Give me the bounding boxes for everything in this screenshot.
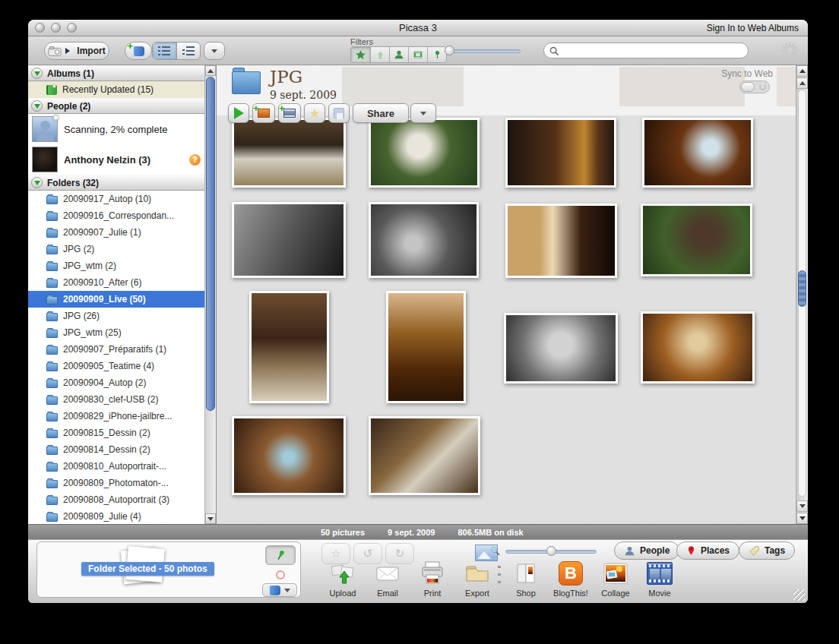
print-action[interactable]: Print: [410, 560, 454, 598]
photo-thumbnail[interactable]: [504, 313, 618, 384]
scrollbar-thumb[interactable]: [206, 77, 215, 411]
upload-action[interactable]: Upload: [321, 560, 365, 598]
photo-thumbnail[interactable]: [369, 202, 479, 278]
resize-grip[interactable]: [793, 589, 805, 601]
photo-thumbnail[interactable]: [232, 202, 346, 278]
folders-section-header[interactable]: Folders (32): [28, 175, 205, 191]
sidebar-folder-item[interactable]: 20090829_iPhone-jailbre...: [28, 408, 205, 425]
scroll-up-button[interactable]: [796, 77, 808, 89]
sidebar-folder-item[interactable]: 20090910_After (6): [28, 274, 205, 291]
new-album-button[interactable]: [125, 42, 152, 60]
folder-icon: [46, 413, 58, 421]
sign-in-link[interactable]: Sign In to Web Albums: [707, 23, 799, 33]
sidebar-folder-item[interactable]: JPG (2): [28, 241, 205, 257]
photo-thumbnail[interactable]: [641, 311, 755, 384]
collage-action[interactable]: Collage: [594, 560, 638, 598]
search-input[interactable]: [543, 43, 749, 58]
scroll-bottom-button[interactable]: [796, 513, 808, 524]
slider-thumb[interactable]: [445, 46, 454, 55]
sidebar-folder-item[interactable]: 20090810_Autoportrait-...: [28, 458, 205, 475]
disclosure-triangle-icon[interactable]: [31, 177, 43, 188]
view-options-dropdown[interactable]: [204, 42, 225, 60]
sidebar-folder-item[interactable]: 20090809_Photomaton-...: [28, 475, 205, 491]
sidebar-item-scanning[interactable]: ✱ Scanning, 2% complete: [28, 114, 205, 144]
picture-count: 50 pictures: [321, 528, 365, 537]
filter-starred-button[interactable]: [351, 47, 370, 62]
add-movie-button[interactable]: [278, 103, 301, 123]
photo-thumbnail[interactable]: [505, 118, 616, 188]
photo-thumbnail[interactable]: [505, 204, 617, 278]
export-action[interactable]: Export: [455, 560, 499, 598]
tree-view-button[interactable]: [176, 43, 201, 59]
photo-thumbnail[interactable]: [642, 118, 753, 188]
scroll-down-button[interactable]: [796, 500, 808, 512]
shop-action[interactable]: Shop: [504, 560, 548, 598]
clear-selection-button[interactable]: [265, 567, 296, 582]
sidebar-folder-item[interactable]: JPG (26): [28, 308, 205, 324]
filter-geotagged-button[interactable]: [427, 47, 446, 62]
main-scrollbar[interactable]: [796, 65, 808, 524]
sidebar-item-person[interactable]: Anthony Nelzin (3) ?: [28, 144, 205, 175]
folders-list: 20090917_Autop (10) 20090916_Corresponda…: [28, 191, 205, 524]
filter-movies-button[interactable]: [408, 47, 427, 62]
photo-thumbnail[interactable]: [369, 118, 480, 188]
sync-to-web-toggle[interactable]: [739, 80, 770, 93]
scrollbar-thumb[interactable]: [798, 270, 806, 307]
scroll-down-button[interactable]: [205, 513, 216, 524]
share-button[interactable]: Share: [353, 103, 409, 123]
photo-image: [643, 314, 752, 381]
sidebar-folder-item[interactable]: 20090830_clef-USB (2): [28, 391, 205, 408]
sidebar-item-recently-updated[interactable]: Recently Updated (15): [28, 81, 205, 98]
sidebar-folder-item[interactable]: 20090815_Dessin (2): [28, 425, 205, 441]
sidebar-folder-item[interactable]: 20090808_Autoportrait (3): [28, 491, 205, 508]
photo-thumbnail[interactable]: [641, 204, 752, 276]
disclosure-triangle-icon[interactable]: [31, 68, 43, 79]
people-section-header[interactable]: People (2): [28, 98, 205, 114]
save-button[interactable]: [328, 103, 350, 123]
sidebar-folder-item[interactable]: 20090917_Autop (10): [28, 191, 205, 207]
sidebar-scrollbar[interactable]: [204, 65, 216, 524]
titlebar[interactable]: Picasa 3 Sign In to Web Albums: [28, 20, 808, 36]
albums-section-header[interactable]: Albums (1): [28, 65, 205, 81]
blogthis-action[interactable]: B BlogThis!: [549, 560, 593, 598]
add-photos-button[interactable]: [252, 103, 275, 123]
sidebar-folder-item[interactable]: 20090907_Julie (1): [28, 224, 205, 241]
hold-selection-button[interactable]: [265, 545, 296, 565]
toolbar: Import Filters: [28, 36, 808, 65]
import-button[interactable]: Import: [44, 42, 109, 60]
export-label: Export: [465, 589, 489, 598]
email-action[interactable]: Email: [366, 560, 410, 598]
sidebar-folder-item[interactable]: 20090809_Julie (4): [28, 508, 205, 524]
share-dropdown-button[interactable]: [410, 103, 436, 123]
sidebar-folder-item[interactable]: 20090916_Correspondan...: [28, 207, 205, 224]
add-to-album-button[interactable]: [262, 583, 297, 597]
photo-thumbnail[interactable]: [249, 291, 329, 403]
scroll-top-button[interactable]: [796, 65, 808, 77]
photo-thumbnail[interactable]: [232, 118, 346, 188]
sidebar-folder-item[interactable]: JPG_wtm (2): [28, 257, 205, 274]
disclosure-triangle-icon[interactable]: [31, 100, 43, 112]
sidebar-folder-item[interactable]: 20090907_Préparatifs (1): [28, 341, 205, 358]
star-button[interactable]: ★: [304, 103, 325, 123]
photo-thumbnail[interactable]: [369, 416, 480, 495]
thumbnail-size-slider[interactable]: [505, 546, 597, 557]
flat-view-button[interactable]: [153, 43, 176, 59]
question-badge[interactable]: ?: [189, 154, 201, 166]
scroll-up-button[interactable]: [205, 65, 216, 76]
photo-thumbnail[interactable]: [386, 291, 466, 403]
sidebar-folder-item[interactable]: 20090909_Live (50): [28, 291, 205, 308]
sidebar-folder-item[interactable]: 20090904_Autop (2): [28, 374, 205, 391]
slider-thumb[interactable]: [546, 546, 556, 556]
slideshow-button[interactable]: [228, 103, 249, 123]
movie-action[interactable]: Movie: [638, 560, 682, 598]
people-panel-button[interactable]: People: [614, 541, 679, 560]
sidebar-folder-item[interactable]: 20090905_Teatime (4): [28, 358, 205, 374]
filter-date-slider[interactable]: [445, 46, 521, 56]
tags-panel-button[interactable]: Tags: [739, 541, 795, 560]
filter-uploaded-button[interactable]: [370, 47, 389, 62]
places-panel-button[interactable]: Places: [676, 541, 739, 560]
sidebar-folder-item[interactable]: JPG_wtm (25): [28, 324, 205, 341]
filter-faces-button[interactable]: [389, 47, 408, 62]
sidebar-folder-item[interactable]: 20090814_Dessin (2): [28, 441, 205, 458]
photo-thumbnail[interactable]: [232, 416, 346, 495]
